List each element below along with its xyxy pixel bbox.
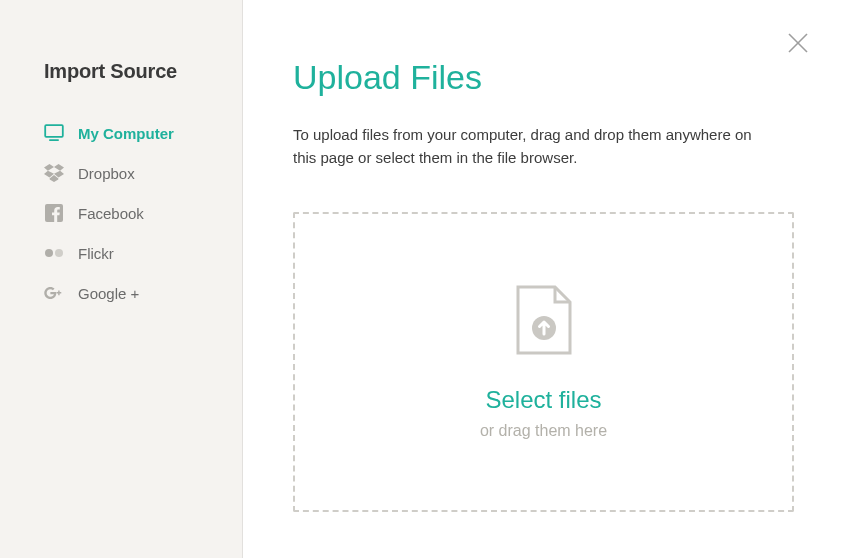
flickr-icon (44, 243, 64, 263)
source-label: Flickr (78, 245, 114, 262)
source-item-dropbox[interactable]: Dropbox (44, 153, 242, 193)
close-button[interactable] (784, 30, 812, 58)
import-source-sidebar: Import Source My Computer Dropbox (0, 0, 243, 558)
close-icon (786, 31, 810, 55)
source-label: Facebook (78, 205, 144, 222)
svg-point-4 (55, 249, 63, 257)
source-label: Google + (78, 285, 139, 302)
computer-icon (44, 123, 64, 143)
source-label: Dropbox (78, 165, 135, 182)
googleplus-icon (44, 283, 64, 303)
source-item-my-computer[interactable]: My Computer (44, 113, 242, 153)
svg-rect-1 (49, 139, 59, 141)
svg-rect-0 (45, 125, 63, 137)
main-panel: Upload Files To upload files from your c… (243, 0, 854, 558)
upload-description: To upload files from your computer, drag… (293, 123, 773, 170)
source-item-flickr[interactable]: Flickr (44, 233, 242, 273)
sidebar-title: Import Source (44, 60, 242, 83)
source-list: My Computer Dropbox Facebook (44, 113, 242, 313)
svg-point-3 (45, 249, 53, 257)
source-item-google-plus[interactable]: Google + (44, 273, 242, 313)
source-label: My Computer (78, 125, 174, 142)
drag-hint: or drag them here (480, 422, 607, 440)
source-item-facebook[interactable]: Facebook (44, 193, 242, 233)
file-dropzone[interactable]: Select files or drag them here (293, 212, 794, 512)
page-title: Upload Files (293, 58, 794, 97)
dropbox-icon (44, 163, 64, 183)
facebook-icon (44, 203, 64, 223)
file-upload-icon (515, 284, 573, 360)
select-files-label: Select files (485, 386, 601, 414)
